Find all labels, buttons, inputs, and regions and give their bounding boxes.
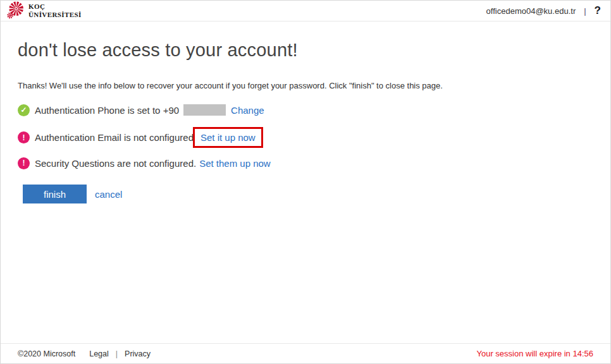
legal-link[interactable]: Legal — [89, 349, 109, 358]
red-highlight-box: Set it up now — [193, 127, 263, 148]
cancel-link[interactable]: cancel — [95, 189, 122, 200]
session-expiry-notice: Your session will expire in 14:56 — [476, 349, 593, 358]
footer-bar: ©2020 Microsoft Legal | Privacy Your ses… — [1, 343, 610, 363]
footer-separator: | — [116, 349, 118, 358]
finish-button[interactable]: finish — [23, 185, 87, 203]
logo-line2: ÜNİVERSİTESİ — [28, 11, 82, 19]
auth-email-row: ! Authentication Email is not configured… — [18, 127, 263, 148]
auth-phone-row: ✓ Authentication Phone is set to +90 Cha… — [18, 104, 264, 116]
action-buttons: finish cancel — [23, 185, 122, 203]
logo-line1: KOÇ — [28, 3, 82, 11]
header-separator: | — [584, 6, 586, 16]
copyright-text: ©2020 Microsoft — [18, 349, 75, 358]
footer-left: ©2020 Microsoft Legal | Privacy — [18, 349, 151, 358]
intro-text: Thanks! We'll use the info below to reco… — [18, 81, 443, 90]
exclamation-icon: ! — [18, 157, 30, 169]
set-up-questions-link[interactable]: Set them up now — [199, 158, 271, 169]
redacted-phone-number — [183, 104, 226, 116]
signed-in-user-email: officedemo04@ku.edu.tr — [486, 6, 576, 16]
logo-text: KOÇ ÜNİVERSİTESİ — [28, 3, 82, 18]
security-questions-row: ! Security Questions are not configured.… — [18, 157, 271, 169]
auth-phone-status-text: Authentication Phone is set to +90 — [35, 105, 179, 116]
header-bar: KOÇ ÜNİVERSİTESİ officedemo04@ku.edu.tr … — [1, 1, 610, 21]
page-title: don't lose access to your account! — [18, 40, 298, 61]
koc-university-logo: KOÇ ÜNİVERSİTESİ — [6, 1, 82, 20]
privacy-link[interactable]: Privacy — [125, 349, 151, 358]
security-questions-status-text: Security Questions are not configured. — [35, 158, 196, 169]
exclamation-icon: ! — [18, 131, 30, 143]
check-icon: ✓ — [18, 104, 30, 116]
help-icon[interactable]: ? — [595, 4, 601, 17]
header-right: officedemo04@ku.edu.tr | ? — [486, 4, 601, 17]
change-phone-link[interactable]: Change — [231, 105, 264, 116]
auth-email-status-text: Authentication Email is not configured — [35, 132, 194, 143]
password-reset-registration-page: KOÇ ÜNİVERSİTESİ officedemo04@ku.edu.tr … — [0, 0, 611, 364]
set-up-email-link[interactable]: Set it up now — [201, 132, 256, 143]
koc-fan-logo-icon — [6, 1, 25, 20]
